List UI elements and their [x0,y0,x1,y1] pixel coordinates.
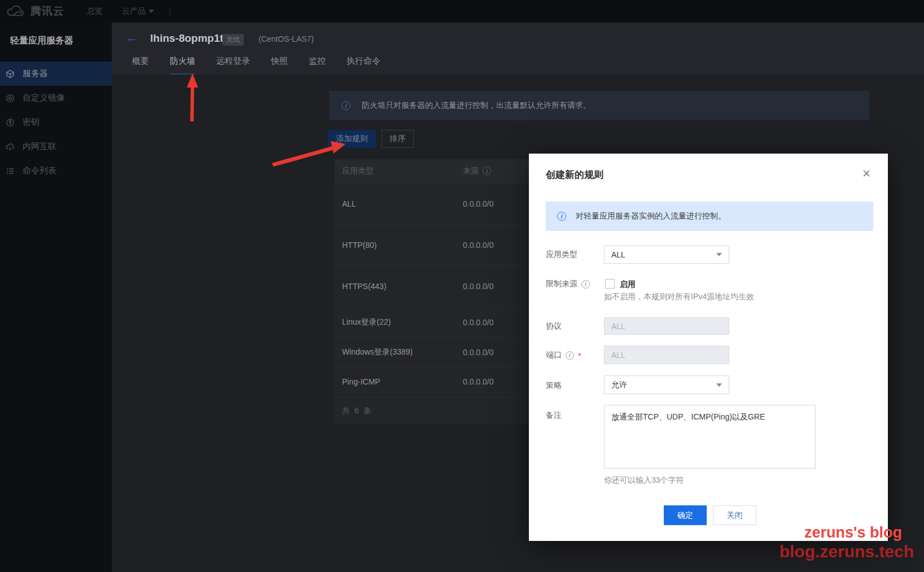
cell-app-type: Ping-ICMP [334,377,463,386]
content-header: ← lhins-8opmp1tb 无忧 (CentOS-LAS7) 概要 防火墙… [112,23,924,75]
tab-run-command[interactable]: 执行命令 [347,56,380,75]
app-type-value: ALL [611,250,625,259]
sidebar-item-intranet[interactable]: 内网互联 [0,134,112,159]
back-arrow-icon[interactable]: ← [125,30,139,44]
cell-app-type: ALL [334,199,463,208]
info-icon: i [557,212,566,221]
chevron-down-icon [716,383,722,387]
server-icon [6,69,15,78]
tab-snapshot[interactable]: 快照 [271,56,288,75]
cell-source: 0.0.0.0/0 [463,318,494,327]
enable-checkbox[interactable] [605,279,615,289]
port-label: 端口 i * [546,350,581,360]
sidebar-title: 轻量应用服务器 [0,23,112,47]
app-type-label: 应用类型 [546,250,577,260]
tab-monitor[interactable]: 监控 [309,56,326,75]
sort-button[interactable]: 排序 [382,130,414,148]
modal-notice-banner: i 对轻量应用服务器实例的入流量进行控制。 [546,202,873,231]
cell-source: 0.0.0.0/0 [463,282,494,291]
instance-title: lhins-8opmp1tb [150,32,230,45]
tab-remote-login[interactable]: 远程登录 [216,56,250,75]
create-rule-modal: 创建新的规则 ✕ i 对轻量应用服务器实例的入流量进行控制。 应用类型 ALL … [529,154,888,541]
remark-label: 备注 [546,411,562,421]
info-icon[interactable]: i [581,280,590,289]
limit-source-label: 限制来源 i [546,279,590,289]
sidebar-item-label: 密钥 [23,117,40,128]
firewall-notice-banner: i 防火墙只对服务器的入流量进行控制，出流量默认允许所有请求。 [329,91,869,120]
sidebar-item-label: 命令列表 [23,165,56,176]
custom-image-icon [6,94,15,103]
policy-select[interactable]: 允许 [604,375,729,394]
modal-notice-text: 对轻量应用服务器实例的入流量进行控制。 [576,211,726,221]
instance-os: (CentOS-LAS7) [259,34,314,43]
watermark-line1: zeruns's blog [804,524,902,542]
tencent-cloud-logo[interactable]: 腾讯云 [6,4,64,19]
nav-divider: | [169,6,171,16]
remark-textarea[interactable]: 放通全部TCP、UDP、ICMP(Ping)以及GRE [604,405,816,469]
info-icon[interactable]: i [483,167,491,175]
limit-source-helper: 如不启用，本规则对所有IPv4源地址均生效 [604,292,754,302]
protocol-input [604,317,729,335]
sidebar-item-label: 服务器 [23,68,48,79]
required-asterisk: * [578,351,581,360]
command-list-icon [6,167,15,176]
sidebar-item-command-list[interactable]: 命令列表 [0,159,112,183]
cell-source: 0.0.0.0/0 [463,377,494,386]
cell-source: 0.0.0.0/0 [463,348,494,357]
policy-label: 策略 [546,381,562,391]
protocol-label: 协议 [546,321,562,331]
top-navbar: 腾讯云 总览 云产品 | [0,0,924,23]
intranet-icon [6,142,15,151]
sidebar-item-servers[interactable]: 服务器 [0,62,112,86]
chevron-down-icon [148,10,154,13]
chevron-down-icon [716,253,722,256]
status-badge: 无忧 [222,34,244,46]
sidebar-item-label: 自定义镜像 [23,93,65,103]
policy-value: 允许 [611,380,627,390]
modal-title: 创建新的规则 [546,168,603,181]
column-app-type: 应用类型 [334,166,463,176]
enable-label: 启用 [620,280,636,290]
info-icon: i [341,101,351,110]
nav-overview[interactable]: 总览 [87,6,103,16]
add-rule-button[interactable]: 添加规则 [328,130,376,148]
sidebar-item-label: 内网互联 [23,141,56,152]
tab-bar: 概要 防火墙 远程登录 快照 监控 执行命令 [132,56,380,75]
firewall-notice-text: 防火墙只对服务器的入流量进行控制，出流量默认允许所有请求。 [362,101,591,111]
info-icon[interactable]: i [566,351,574,360]
app-type-select[interactable]: ALL [604,246,729,264]
cell-app-type: HTTP(80) [334,241,463,250]
confirm-button[interactable]: 确定 [664,505,707,525]
cell-source: 0.0.0.0/0 [463,199,494,208]
key-icon [6,118,15,127]
port-input [604,346,729,364]
close-button[interactable]: 关闭 [713,505,756,525]
cell-app-type: Linux登录(22) [334,317,463,328]
nav-products[interactable]: 云产品 [122,6,154,16]
tab-firewall[interactable]: 防火墙 [170,56,195,75]
column-source: 来源 [463,166,479,176]
tab-overview[interactable]: 概要 [132,56,149,75]
close-icon[interactable]: ✕ [862,167,871,180]
cell-app-type: Windows登录(3389) [334,347,463,357]
sidebar: 轻量应用服务器 服务器 自定义镜像 密钥 [0,23,112,572]
remark-char-counter: 你还可以输入33个字符 [604,475,684,486]
cell-source: 0.0.0.0/0 [463,241,494,250]
page-root: 腾讯云 总览 云产品 | 轻量应用服务器 服务器 自定义 [0,0,924,572]
nav-products-label: 云产品 [122,6,146,16]
watermark-line2: blog.zeruns.tech [780,542,914,561]
sidebar-item-custom-images[interactable]: 自定义镜像 [0,86,112,110]
arrow-to-firewall-tab [187,73,198,121]
cell-app-type: HTTPS(443) [334,282,463,291]
cloud-logo-icon [6,4,25,19]
sidebar-item-keys[interactable]: 密钥 [0,110,112,134]
brand-name: 腾讯云 [30,4,64,19]
